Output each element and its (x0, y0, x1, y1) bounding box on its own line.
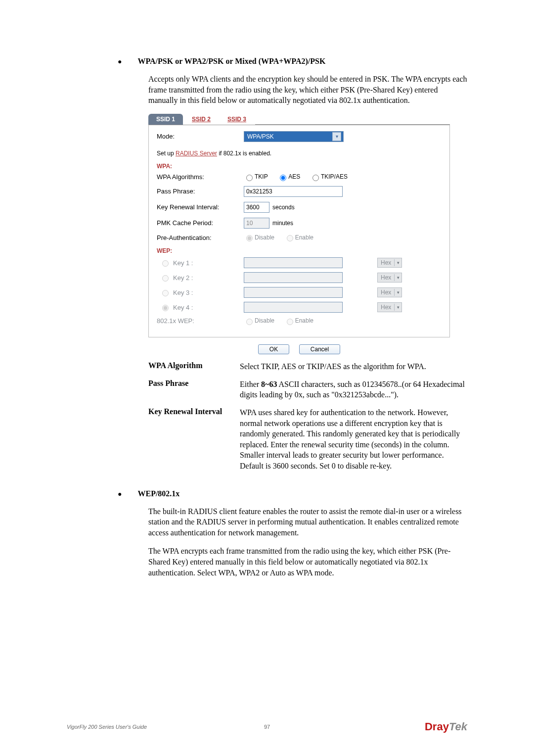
key4-label: Key 4 : (173, 304, 193, 311)
key2-hex-select: Hex▾ (377, 273, 402, 283)
def-term-pass-phrase: Pass Phrase (148, 379, 235, 400)
mode-select-value: WPA/PSK (247, 133, 274, 140)
wep-section-label: WEP: (157, 247, 442, 254)
radio-tkip-aes[interactable]: TKIP/AES (310, 173, 348, 180)
pmk-cache-units: minutes (272, 220, 293, 227)
key-renewal-label: Key Renewal Interval: (157, 203, 244, 211)
wpa-algorithms-label: WPA Algorithms: (157, 173, 244, 181)
bullet-icon: ● (118, 490, 122, 498)
cancel-button[interactable]: Cancel (299, 344, 340, 354)
radio-8021xwep-enable: Enable (284, 317, 313, 324)
key-renewal-units: seconds (272, 204, 295, 211)
mode-select[interactable]: WPA/PSK ▾ (244, 131, 344, 142)
radius-server-link[interactable]: RADIUS Server (176, 150, 217, 157)
tab-ssid2[interactable]: SSID 2 (184, 114, 219, 125)
pass-phrase-input[interactable] (244, 186, 343, 197)
key3-input (244, 287, 343, 298)
key4-hex-select: Hex▾ (377, 302, 402, 312)
wpa-section-label: WPA: (157, 163, 442, 170)
def-desc-wpa-algorithm: Select TKIP, AES or TKIP/AES as the algo… (240, 361, 467, 372)
pass-phrase-label: Pass Phrase: (157, 188, 244, 195)
tab-ssid3[interactable]: SSID 3 (220, 114, 254, 125)
radio-key2 (162, 275, 169, 282)
radio-preauth-disable: Disable (244, 234, 274, 241)
chevron-down-icon: ▾ (394, 289, 401, 296)
radio-preauth-enable: Enable (284, 234, 313, 241)
radio-key4 (162, 305, 169, 311)
paragraph-wep-1: The built-in RADIUS client feature enabl… (148, 506, 467, 538)
footer-guide-title: VigorFly 200 Series User's Guide (67, 724, 147, 730)
def-desc-key-renewal: WPA uses shared key for authentication t… (240, 407, 467, 472)
radio-tkip[interactable]: TKIP (244, 173, 268, 180)
key2-input (244, 272, 343, 283)
pmk-cache-input (244, 218, 269, 229)
pmk-cache-label: PMK Cache Period: (157, 219, 244, 227)
def-desc-pass-phrase: Either 8~63 ASCII characters, such as 01… (240, 379, 467, 400)
bullet-icon: ● (118, 58, 122, 66)
8021x-wep-label: 802.1x WEP: (157, 317, 244, 325)
key2-label: Key 2 : (173, 274, 193, 282)
radius-hint: Set up RADIUS Server if 802.1x is enable… (157, 150, 442, 157)
settings-screenshot: SSID 1 SSID 2 SSID 3 Mode: WPA/PSK ▾ Set… (148, 112, 450, 354)
chevron-down-icon: ▾ (394, 304, 401, 311)
paragraph-wpa-psk: Accepts only WPA clients and the encrypt… (148, 74, 467, 106)
chevron-down-icon: ▾ (332, 132, 341, 141)
key1-label: Key 1 : (173, 259, 193, 267)
heading-wep-8021x: WEP/802.1x (137, 489, 179, 498)
footer-page-number: 97 (264, 724, 270, 730)
pre-auth-label: Pre-Authentication: (157, 234, 244, 241)
heading-wpa-psk: WPA/PSK or WPA2/PSK or Mixed (WPA+WPA2)/… (137, 57, 325, 66)
key3-label: Key 3 : (173, 289, 193, 296)
key3-hex-select: Hex▾ (377, 287, 402, 297)
key-renewal-input[interactable] (244, 202, 269, 213)
key1-hex-select: Hex▾ (377, 258, 402, 268)
tab-ssid1[interactable]: SSID 1 (148, 114, 183, 125)
paragraph-wep-2: The WPA encrypts each frame transmitted … (148, 546, 467, 578)
chevron-down-icon: ▾ (394, 259, 401, 266)
def-term-key-renewal: Key Renewal Interval (148, 407, 235, 472)
radio-key3 (162, 290, 169, 296)
brand-logo: DrayTek (425, 720, 467, 733)
key4-input (244, 302, 343, 313)
radio-aes[interactable]: AES (277, 173, 300, 180)
chevron-down-icon: ▾ (394, 274, 401, 281)
ok-button[interactable]: OK (258, 344, 289, 354)
def-term-wpa-algorithm: WPA Algorithm (148, 361, 235, 372)
key1-input (244, 257, 343, 268)
radio-8021xwep-disable: Disable (244, 317, 274, 324)
radio-key1 (162, 260, 169, 267)
mode-label: Mode: (157, 133, 244, 140)
